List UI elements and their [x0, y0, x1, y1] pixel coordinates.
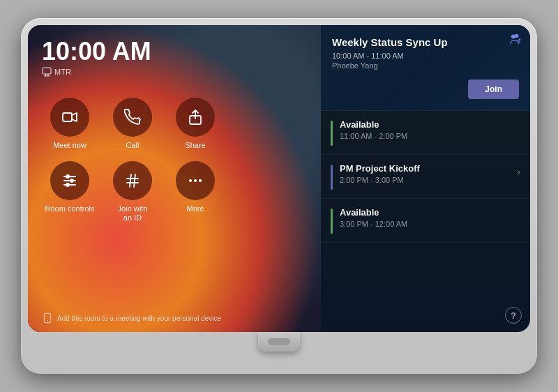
join-button[interactable]: Join — [468, 80, 519, 99]
featured-meeting-time: 10:00 AM - 11:00 AM — [332, 52, 519, 60]
add-room-section: Add this room to a meeting with your per… — [42, 312, 221, 324]
hashtag-icon — [124, 172, 141, 189]
monitor-icon — [42, 67, 52, 77]
phone-link-icon — [42, 312, 53, 324]
featured-meeting-title: Weekly Status Sync Up — [332, 36, 519, 49]
svg-point-10 — [70, 179, 73, 182]
right-panel: Weekly Status Sync Up 10:00 AM - 11:00 A… — [321, 25, 530, 332]
mtr-label: MTR — [54, 68, 71, 76]
busy-status-bar — [331, 165, 333, 190]
available-status-bar — [331, 121, 333, 146]
svg-rect-0 — [43, 68, 51, 74]
video-icon — [61, 109, 78, 126]
calendar-item-content: PM Project Kickoff 2:00 PM - 3:00 PM — [340, 163, 510, 184]
more-button[interactable]: More — [167, 161, 223, 223]
call-label: Call — [126, 141, 140, 150]
meet-now-button[interactable]: Meet now — [42, 98, 98, 150]
chevron-right-icon: › — [517, 166, 520, 177]
calendar-item-title: Available — [340, 119, 520, 130]
svg-rect-4 — [63, 113, 72, 121]
calendar-item-time: 3:00 PM - 12:00 AM — [340, 220, 520, 228]
svg-rect-16 — [44, 313, 50, 322]
room-controls-button[interactable]: Room controls — [42, 161, 98, 223]
dots-icon — [189, 179, 202, 182]
share-label: Share — [185, 141, 205, 150]
share-icon — [187, 109, 204, 126]
calendar-item-pm-kickoff[interactable]: PM Project Kickoff 2:00 PM - 3:00 PM › — [321, 155, 530, 199]
meet-now-label: Meet now — [53, 141, 86, 150]
calendar-item-available-1[interactable]: Available 11:00 AM - 2:00 PM — [321, 111, 530, 155]
device-stand — [258, 332, 300, 352]
calendar-item-title: PM Project Kickoff — [340, 163, 510, 174]
share-button[interactable]: Share — [167, 98, 223, 150]
device-frame: 10:00 AM MTR — [21, 18, 537, 374]
calendar-item-content: Available 11:00 AM - 2:00 PM — [340, 119, 520, 140]
sliders-icon — [61, 172, 78, 189]
featured-meeting-card: Weekly Status Sync Up 10:00 AM - 11:00 A… — [321, 25, 530, 111]
call-button[interactable]: Call — [105, 98, 160, 150]
svg-point-11 — [66, 183, 69, 186]
clock-display: 10:00 AM — [42, 39, 310, 64]
calendar-item-time: 2:00 PM - 3:00 PM — [340, 176, 510, 184]
left-panel: 10:00 AM MTR — [28, 25, 321, 332]
svg-line-15 — [134, 174, 135, 187]
featured-meeting-organizer: Phoebe Yang — [332, 61, 519, 70]
svg-point-17 — [47, 320, 47, 321]
calendar-item-time: 11:00 AM - 2:00 PM — [340, 132, 520, 140]
bottom-bar: Add this room to a meeting with your per… — [28, 312, 321, 324]
calendar-item-available-2[interactable]: Available 3:00 PM - 12:00 AM — [321, 199, 530, 243]
calendar-item-content: Available 3:00 PM - 12:00 AM — [340, 207, 520, 228]
phone-icon — [124, 109, 141, 126]
screen: 10:00 AM MTR — [28, 25, 530, 332]
svg-point-9 — [66, 175, 69, 178]
help-button[interactable]: ? — [505, 307, 522, 324]
join-id-label: Join withan ID — [118, 204, 148, 223]
join-id-button[interactable]: Join withan ID — [105, 161, 160, 223]
action-buttons-grid: Meet now Call — [42, 98, 310, 223]
add-room-label: Add this room to a meeting with your per… — [57, 315, 221, 322]
room-controls-label: Room controls — [45, 204, 95, 213]
calendar-item-title: Available — [340, 207, 520, 218]
svg-line-14 — [130, 174, 131, 187]
time-section: 10:00 AM MTR — [42, 39, 310, 77]
more-label: More — [186, 204, 204, 213]
available-status-bar — [331, 209, 333, 234]
teams-icon — [509, 33, 522, 49]
